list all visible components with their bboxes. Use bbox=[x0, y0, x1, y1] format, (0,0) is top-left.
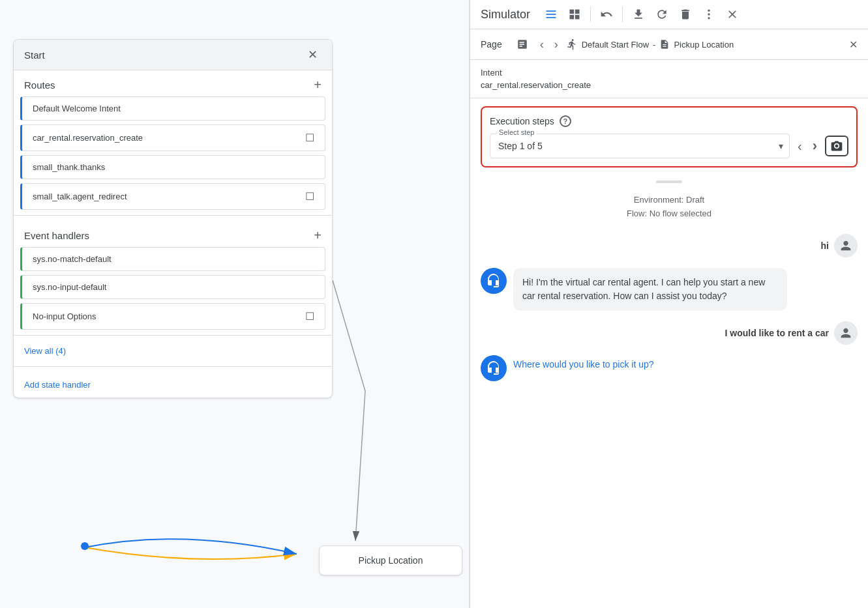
svg-point-13 bbox=[708, 17, 710, 19]
simulator-title: Simulator bbox=[481, 8, 530, 22]
event-handler-text: No-input Options bbox=[33, 311, 305, 321]
close-simulator-button[interactable] bbox=[722, 5, 743, 23]
event-handler-item[interactable]: sys.no-match-default bbox=[20, 247, 325, 271]
route-item[interactable]: car_rental.reservation_create ☐ bbox=[20, 124, 325, 151]
exec-steps-header: Execution steps ? bbox=[490, 115, 848, 127]
bot-message-row: Hi! I'm the virtual car rental agent. I … bbox=[481, 268, 858, 311]
start-card: Start ✕ Routes + Default Welcome Intent … bbox=[13, 39, 333, 398]
env-line2: Flow: No flow selected bbox=[475, 207, 863, 221]
step-select[interactable]: Step 1 of 5 Step 2 of 5 Step 3 of 5 Step… bbox=[490, 134, 790, 158]
user-message-text: hi bbox=[821, 240, 829, 251]
environment-info: Environment: Draft Flow: No flow selecte… bbox=[470, 188, 868, 226]
intent-value: car_rental.reservation_create bbox=[481, 80, 858, 90]
more-options-button[interactable] bbox=[698, 5, 719, 23]
download-button[interactable] bbox=[628, 5, 649, 23]
drag-handle[interactable] bbox=[470, 175, 868, 188]
svg-rect-7 bbox=[570, 10, 575, 14]
event-handler-text: sys.no-match-default bbox=[33, 254, 314, 264]
divider bbox=[14, 215, 332, 216]
svg-rect-8 bbox=[575, 10, 580, 14]
step-screenshot-button[interactable] bbox=[825, 136, 848, 156]
routes-section-header: Routes + bbox=[14, 70, 332, 96]
divider bbox=[14, 335, 332, 336]
bot-message-row: Where would you like to pick it up? bbox=[481, 355, 858, 381]
event-handler-item[interactable]: sys.no-input-default bbox=[20, 275, 325, 299]
page-prev-button[interactable]: ‹ bbox=[537, 36, 546, 53]
refresh-button[interactable] bbox=[651, 5, 672, 23]
page-next-button[interactable]: › bbox=[552, 36, 561, 53]
user-avatar bbox=[834, 321, 858, 345]
svg-rect-9 bbox=[570, 15, 575, 20]
flow-icon bbox=[566, 38, 578, 50]
chat-area: Environment: Draft Flow: No flow selecte… bbox=[470, 175, 868, 608]
route-item-text: car_rental.reservation_create bbox=[33, 133, 305, 143]
svg-rect-5 bbox=[546, 14, 556, 15]
bot-link-bubble[interactable]: Where would you like to pick it up? bbox=[513, 355, 654, 371]
divider bbox=[14, 366, 332, 367]
pickup-location-card[interactable]: Pickup Location bbox=[319, 545, 462, 575]
user-avatar bbox=[834, 234, 858, 257]
page-label: Page bbox=[481, 39, 502, 50]
breadcrumb-dash: - bbox=[653, 40, 655, 50]
left-panel: Start ✕ Routes + Default Welcome Intent … bbox=[0, 0, 470, 608]
page-icon: ☐ bbox=[305, 132, 314, 144]
list-view-button[interactable] bbox=[541, 5, 561, 23]
chat-messages: hi Hi! I'm the virtual car rental agent.… bbox=[470, 226, 868, 608]
env-line1: Environment: Draft bbox=[475, 194, 863, 207]
view-all-link[interactable]: View all (4) bbox=[14, 341, 332, 361]
toolbar-divider bbox=[622, 7, 623, 22]
intent-section: Intent car_rental.reservation_create bbox=[470, 60, 868, 98]
step-prev-button[interactable]: ‹ bbox=[795, 136, 805, 156]
breadcrumb: Default Start Flow - Pickup Location bbox=[566, 38, 844, 50]
svg-point-3 bbox=[81, 542, 89, 550]
event-handlers-label: Event handlers bbox=[24, 230, 89, 241]
step-selector-row: Select step Step 1 of 5 Step 2 of 5 Step… bbox=[490, 134, 848, 158]
bot-avatar bbox=[481, 355, 507, 381]
routes-list: Default Welcome Intent car_rental.reserv… bbox=[14, 96, 332, 210]
start-card-close-button[interactable]: ✕ bbox=[304, 46, 322, 63]
user-message-text: I would like to rent a car bbox=[725, 328, 829, 338]
svg-rect-4 bbox=[546, 10, 556, 12]
svg-point-12 bbox=[708, 13, 710, 15]
pickup-location-label: Pickup Location bbox=[359, 555, 423, 566]
help-icon[interactable]: ? bbox=[560, 115, 571, 127]
routes-label: Routes bbox=[24, 80, 55, 91]
route-item[interactable]: Default Welcome Intent bbox=[20, 96, 325, 121]
route-item-text: small_talk.agent_redirect bbox=[33, 192, 305, 201]
route-item-text: Default Welcome Intent bbox=[33, 104, 314, 113]
svg-rect-10 bbox=[575, 15, 580, 20]
toolbar-divider bbox=[590, 7, 591, 22]
user-message-row: hi bbox=[481, 234, 858, 257]
canvas-area: Start ✕ Routes + Default Welcome Intent … bbox=[0, 0, 469, 608]
add-event-handler-button[interactable]: + bbox=[314, 229, 322, 242]
step-select-label: Select step bbox=[496, 128, 537, 136]
execution-steps-section: Execution steps ? Select step Step 1 of … bbox=[481, 106, 858, 167]
bot-bubble: Hi! I'm the virtual car rental agent. I … bbox=[513, 268, 787, 311]
route-item-text: small_thank.thanks bbox=[33, 162, 314, 172]
page-icon: ☐ bbox=[305, 310, 314, 323]
page-close-button[interactable]: ✕ bbox=[849, 38, 858, 51]
step-next-button[interactable]: › bbox=[810, 135, 820, 157]
route-item[interactable]: small_thank.thanks bbox=[20, 155, 325, 179]
undo-button[interactable] bbox=[596, 5, 617, 23]
start-card-header: Start ✕ bbox=[14, 40, 332, 70]
add-state-handler-link[interactable]: Add state handler bbox=[14, 372, 332, 398]
grid-view-button[interactable] bbox=[564, 5, 585, 23]
page-list-button[interactable] bbox=[513, 36, 532, 53]
svg-point-11 bbox=[708, 10, 710, 12]
bot-avatar bbox=[481, 268, 507, 294]
start-card-title: Start bbox=[24, 50, 45, 61]
event-handlers-list: sys.no-match-default sys.no-input-defaul… bbox=[14, 247, 332, 330]
exec-steps-title: Execution steps bbox=[490, 116, 554, 126]
event-handler-item[interactable]: No-input Options ☐ bbox=[20, 303, 325, 330]
simulator-toolbar: Simulator bbox=[470, 0, 868, 29]
route-item[interactable]: small_talk.agent_redirect ☐ bbox=[20, 183, 325, 210]
add-route-button[interactable]: + bbox=[314, 78, 322, 91]
user-message-row: I would like to rent a car bbox=[481, 321, 858, 345]
flow-name: Default Start Flow bbox=[582, 40, 649, 50]
delete-button[interactable] bbox=[675, 5, 696, 23]
drag-handle-bar bbox=[656, 181, 682, 183]
simulator-panel: Simulator bbox=[470, 0, 868, 608]
event-handler-text: sys.no-input-default bbox=[33, 282, 314, 292]
page-doc-icon bbox=[659, 39, 670, 50]
